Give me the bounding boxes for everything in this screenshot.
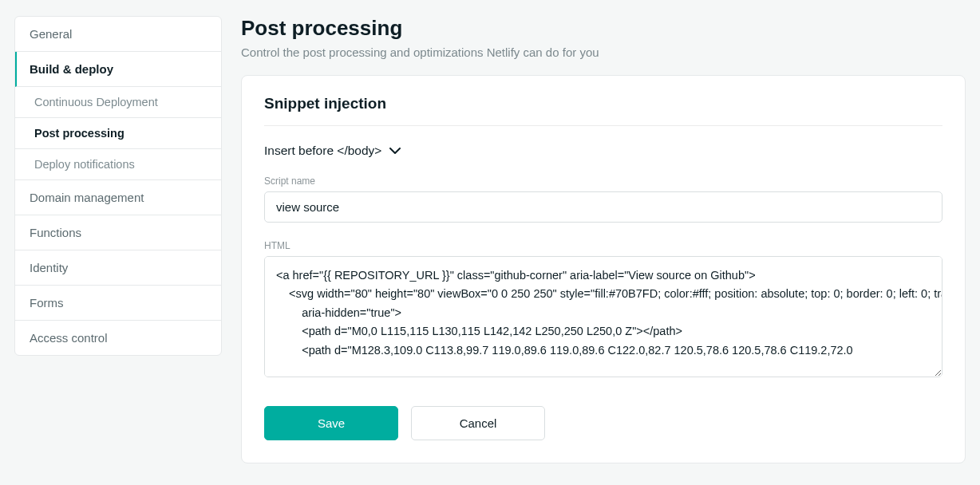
sidebar-item-identity[interactable]: Identity — [15, 250, 221, 286]
snippet-injection-card: Snippet injection Insert before </body> … — [241, 75, 966, 463]
html-textarea[interactable] — [264, 256, 942, 377]
settings-sidebar: General Build & deploy Continuous Deploy… — [14, 16, 222, 356]
card-title: Snippet injection — [264, 95, 942, 126]
html-label: HTML — [264, 240, 942, 251]
insert-position-label: Insert before </body> — [264, 144, 381, 158]
button-row: Save Cancel — [264, 406, 942, 440]
sidebar-subitem-post-processing[interactable]: Post processing — [15, 118, 221, 149]
chevron-down-icon — [389, 148, 401, 155]
sidebar-subitem-continuous-deployment[interactable]: Continuous Deployment — [15, 87, 221, 118]
main-content: Post processing Control the post process… — [241, 16, 966, 485]
sidebar-subitem-deploy-notifications[interactable]: Deploy notifications — [15, 149, 221, 180]
script-name-input[interactable] — [264, 191, 942, 223]
save-button[interactable]: Save — [264, 406, 398, 440]
page-title: Post processing — [241, 16, 966, 41]
sidebar-item-build-deploy[interactable]: Build & deploy — [15, 52, 221, 87]
sidebar-item-access-control[interactable]: Access control — [15, 321, 221, 355]
insert-position-select[interactable]: Insert before </body> — [264, 144, 942, 158]
page-subtitle: Control the post processing and optimiza… — [241, 45, 966, 59]
sidebar-item-domain-management[interactable]: Domain management — [15, 180, 221, 215]
cancel-button[interactable]: Cancel — [411, 406, 545, 440]
sidebar-item-forms[interactable]: Forms — [15, 286, 221, 321]
script-name-label: Script name — [264, 175, 942, 187]
sidebar-item-general[interactable]: General — [15, 17, 221, 52]
sidebar-item-functions[interactable]: Functions — [15, 215, 221, 250]
